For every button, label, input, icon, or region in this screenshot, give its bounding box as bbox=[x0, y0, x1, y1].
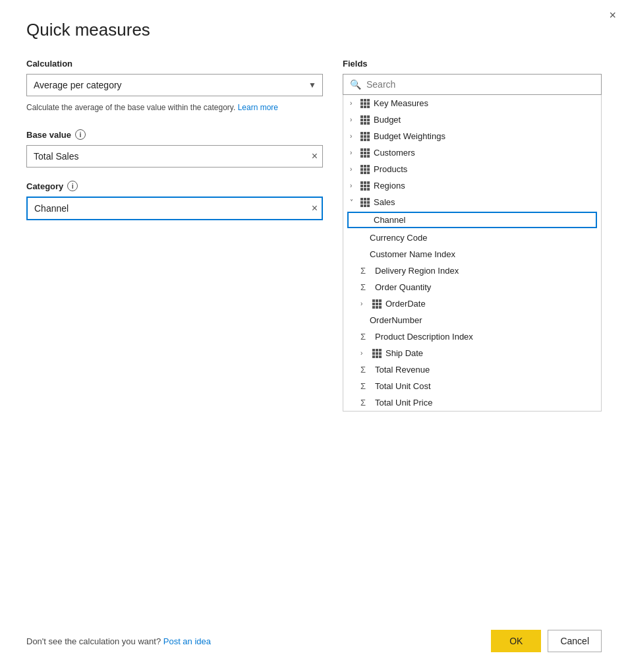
tree-item-key-measures[interactable]: › Key Measures bbox=[343, 95, 601, 111]
chevron-icon: › bbox=[350, 149, 359, 156]
tree-item-label: Order Quantity bbox=[375, 282, 594, 292]
fields-label: Fields bbox=[343, 59, 602, 69]
tree-item-budget-weightings[interactable]: › Budget Weightings bbox=[343, 128, 601, 144]
sigma-icon: Σ bbox=[360, 266, 371, 276]
dialog-title: Quick measures bbox=[26, 20, 602, 40]
post-idea-link[interactable]: Post an idea bbox=[163, 636, 211, 646]
base-value-label: Base value i bbox=[26, 129, 323, 140]
table-grid-icon bbox=[372, 299, 382, 309]
tree-item-label: Regions bbox=[374, 181, 594, 191]
tree-item-label: Key Measures bbox=[374, 98, 594, 108]
sigma-icon: Σ bbox=[360, 381, 371, 391]
expand-icon: › bbox=[360, 350, 370, 357]
calculation-label: Calculation bbox=[26, 59, 323, 69]
calculation-dropdown-wrapper: Average per category ▼ bbox=[26, 74, 323, 96]
table-grid-icon bbox=[360, 115, 370, 125]
tree-item-label: OrderNumber bbox=[370, 315, 594, 325]
footer-text: Don't see the calculation you want? Post… bbox=[26, 636, 211, 646]
tree-item-label: Delivery Region Index bbox=[375, 266, 594, 276]
tree-item-budget[interactable]: › Budget bbox=[343, 111, 601, 128]
tree-item-ship-date[interactable]: › Ship Date bbox=[343, 345, 601, 361]
chevron-icon: › bbox=[350, 182, 359, 189]
quick-measures-dialog: × Quick measures Calculation Average per… bbox=[0, 0, 628, 672]
tree-item-channel[interactable]: Channel bbox=[347, 212, 597, 228]
calculation-dropdown[interactable]: Average per category bbox=[26, 74, 323, 96]
expand-icon: › bbox=[360, 300, 370, 307]
table-grid-icon bbox=[360, 165, 370, 174]
tree-item-order-quantity[interactable]: ΣOrder Quantity bbox=[343, 279, 601, 295]
sigma-icon: Σ bbox=[360, 282, 371, 292]
category-info-icon: i bbox=[67, 181, 78, 191]
category-wrapper: × bbox=[26, 197, 323, 220]
base-value-clear-button[interactable]: × bbox=[312, 151, 318, 162]
tree-item-sales[interactable]: ˅ Sales bbox=[343, 194, 601, 210]
table-grid-icon bbox=[360, 181, 370, 191]
tree-item-label: Budget bbox=[374, 115, 594, 125]
search-icon: 🔍 bbox=[350, 79, 361, 90]
chevron-icon: › bbox=[350, 166, 359, 173]
chevron-icon: ˅ bbox=[350, 199, 359, 206]
base-value-input[interactable] bbox=[26, 145, 323, 168]
left-panel: Calculation Average per category ▼ Calcu… bbox=[26, 59, 323, 590]
footer: Don't see the calculation you want? Post… bbox=[26, 617, 602, 652]
tree-item-label: Product Description Index bbox=[375, 332, 594, 342]
sigma-icon: Σ bbox=[360, 398, 371, 408]
tree-item-label: Currency Code bbox=[370, 233, 594, 243]
table-grid-icon bbox=[360, 198, 370, 207]
tree-item-total-unit-cost[interactable]: ΣTotal Unit Cost bbox=[343, 378, 601, 394]
sigma-icon: Σ bbox=[360, 365, 371, 375]
tree-item-label: Products bbox=[374, 164, 594, 174]
table-grid-icon bbox=[372, 349, 382, 358]
tree-item-delivery-region-index[interactable]: ΣDelivery Region Index bbox=[343, 262, 601, 279]
sigma-icon: Σ bbox=[360, 332, 371, 342]
chevron-icon: › bbox=[350, 100, 359, 107]
tree-item-label: Sales bbox=[374, 197, 594, 207]
tree-item-label: Customer Name Index bbox=[370, 249, 594, 259]
category-input[interactable] bbox=[26, 197, 323, 220]
category-label: Category i bbox=[26, 181, 323, 191]
chevron-icon: › bbox=[350, 133, 359, 140]
tree-item-label: Budget Weightings bbox=[374, 131, 594, 141]
learn-more-link[interactable]: Learn more bbox=[238, 103, 278, 112]
base-value-info-icon: i bbox=[75, 129, 86, 140]
tree-item-label: Total Unit Price bbox=[375, 398, 594, 408]
tree-item-regions[interactable]: › Regions bbox=[343, 177, 601, 194]
table-grid-icon bbox=[360, 132, 370, 141]
calc-description: Calculate the average of the base value … bbox=[26, 102, 323, 113]
right-panel: Fields 🔍 › Key Measures› Budget› Budget … bbox=[343, 59, 602, 590]
tree-item-total-unit-price[interactable]: ΣTotal Unit Price bbox=[343, 394, 601, 411]
table-grid-icon bbox=[360, 99, 370, 108]
search-input[interactable] bbox=[366, 79, 594, 90]
tree-item-total-revenue[interactable]: ΣTotal Revenue bbox=[343, 361, 601, 378]
chevron-icon: › bbox=[350, 116, 359, 123]
tree-item-label: Channel bbox=[374, 215, 590, 225]
tree-item-customer-name-index[interactable]: Customer Name Index bbox=[343, 246, 601, 262]
category-clear-button[interactable]: × bbox=[312, 203, 318, 214]
cancel-button[interactable]: Cancel bbox=[548, 630, 602, 652]
close-button[interactable]: × bbox=[609, 9, 616, 21]
tree-item-label: Total Unit Cost bbox=[375, 381, 594, 391]
tree-item-label: Ship Date bbox=[385, 348, 594, 358]
table-grid-icon bbox=[360, 148, 370, 158]
tree-item-ordernumber[interactable]: OrderNumber bbox=[343, 312, 601, 328]
tree-item-orderdate[interactable]: › OrderDate bbox=[343, 295, 601, 312]
main-content: Calculation Average per category ▼ Calcu… bbox=[26, 59, 602, 590]
tree-item-product-desc-index[interactable]: ΣProduct Description Index bbox=[343, 328, 601, 345]
footer-buttons: OK Cancel bbox=[491, 630, 602, 652]
base-value-wrapper: × bbox=[26, 145, 323, 168]
tree-item-currency-code[interactable]: Currency Code bbox=[343, 229, 601, 246]
tree-item-products[interactable]: › Products bbox=[343, 161, 601, 177]
ok-button[interactable]: OK bbox=[491, 630, 541, 652]
search-box: 🔍 bbox=[343, 74, 602, 95]
tree-item-customers[interactable]: › Customers bbox=[343, 144, 601, 161]
tree-item-label: Total Revenue bbox=[375, 365, 594, 375]
tree-item-label: OrderDate bbox=[385, 299, 594, 309]
tree-item-label: Customers bbox=[374, 148, 594, 158]
fields-tree: › Key Measures› Budget› Budget Weighting… bbox=[343, 95, 602, 412]
